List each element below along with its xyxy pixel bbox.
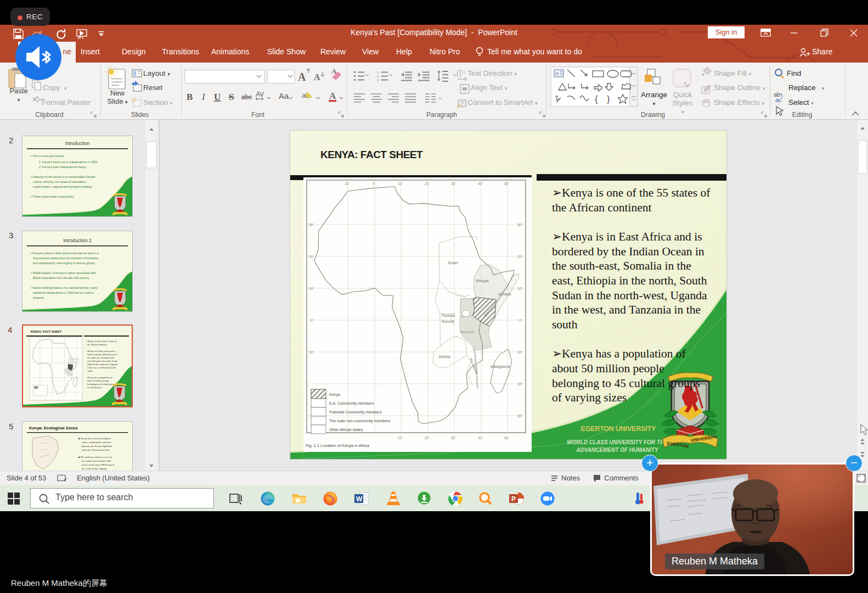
svg-text:30': 30': [451, 182, 455, 186]
svg-text:progress: progress: [33, 296, 44, 299]
svg-text:belonging to 45 cultural group: belonging to 45 cultural groups: [87, 383, 116, 385]
svg-text:Aa: Aa: [279, 91, 289, 100]
svg-text:30': 30': [451, 436, 455, 440]
svg-text:The outer non-community member: The outer non-community members: [329, 419, 390, 423]
svg-text:{: {: [595, 94, 598, 104]
svg-text:of varying sizes: of varying sizes: [87, 386, 102, 389]
svg-text:10': 10': [398, 436, 402, 440]
svg-text:the African continent: the African continent: [87, 343, 107, 346]
svg-text:Madagascar: Madagascar: [491, 365, 511, 369]
svg-text:S: S: [229, 92, 234, 102]
svg-text:2: 2: [377, 75, 379, 78]
svg-text:10': 10': [517, 350, 522, 354]
svg-text:W: W: [356, 495, 363, 503]
svg-text:culture, ethnicity, the impact: culture, ethnicity, the impact of coloni…: [33, 180, 87, 183]
svg-text:}: }: [607, 94, 610, 104]
svg-text:40': 40': [478, 436, 482, 440]
svg-text:➢Kenya is one of the 55 states: ➢Kenya is one of the 55 states of: [86, 340, 117, 343]
svg-text:➢These issues have a long hist: ➢These issues have a long history: [30, 195, 74, 198]
svg-text:20': 20': [425, 182, 429, 186]
svg-text:Kenya: Kenya: [329, 393, 340, 397]
svg-text:3: 3: [377, 79, 379, 82]
svg-text:➢Nation-building/creation of a: ➢Nation-building/creation of a national …: [30, 286, 98, 289]
svg-text:the centre before sloping: the centre before sloping: [82, 467, 107, 470]
svg-text:British imperialism from the l: British imperialism from the late 19th c…: [33, 276, 89, 279]
svg-text:Ethiopia: Ethiopia: [476, 279, 489, 283]
svg-text:10': 10': [345, 182, 349, 186]
svg-text:10': 10': [309, 287, 313, 290]
svg-text:➢Kenya's culture is fairly div: ➢Kenya's culture is fairly diverse and h…: [30, 251, 99, 255]
svg-text:20': 20': [517, 255, 522, 259]
svg-text:and Lake Victoria low land: and Lake Victoria low land: [82, 449, 110, 451]
svg-text:about 50 million people: about 50 million people: [87, 379, 109, 382]
svg-text:1: 1: [377, 71, 379, 74]
svg-text:➢'Modernisation' of Kenya is m: ➢'Modernisation' of Kenya is mainly asso…: [30, 271, 95, 275]
svg-text:Other African states: Other African states: [329, 428, 363, 432]
svg-text:20': 20': [517, 382, 522, 386]
svg-text:A: A: [329, 91, 336, 101]
svg-text:1. Kenya's history up to indep: 1. Kenya's history up to independence in…: [39, 160, 97, 164]
svg-text:20': 20': [309, 255, 313, 259]
svg-text:10': 10': [309, 350, 313, 354]
svg-text:40': 40': [478, 182, 482, 186]
svg-text:A: A: [555, 71, 559, 76]
svg-text:30': 30': [517, 223, 522, 227]
svg-text:0': 0': [519, 318, 522, 322]
svg-text:20': 20': [425, 436, 429, 440]
svg-text:bordered by the Indian Ocean i: bordered by the Indian Ocean in: [87, 353, 117, 356]
svg-text:modernisation, national identi: modernisation, national identity/nation-…: [33, 185, 92, 188]
svg-text:■ The land rises from sea leve: ■ The land rises from sea level at: [78, 456, 112, 458]
svg-text:A: A: [314, 72, 320, 82]
svg-text:➢Kenya is in East Africa and i: ➢Kenya is in East Africa and is: [86, 350, 116, 353]
svg-text:Fig. 1.1 Location of Kenya in: Fig. 1.1 Location of Kenya in Africa: [306, 443, 370, 448]
svg-text:50': 50': [504, 436, 509, 440]
svg-text:30': 30': [309, 223, 313, 227]
svg-text:KENYA: FACT SHEET: KENYA: FACT SHEET: [31, 330, 62, 333]
svg-text:Rwanda: Rwanda: [442, 314, 455, 317]
svg-text:I: I: [201, 92, 206, 102]
svg-text:E.A. Community members: E.A. Community members: [329, 401, 374, 406]
svg-text:Kenya: Ecological Zones: Kenya: Ecological Zones: [29, 426, 78, 430]
svg-text:U: U: [214, 92, 221, 102]
svg-text:30': 30': [517, 414, 522, 418]
svg-text:P: P: [511, 495, 516, 503]
svg-text:■ Kenya has a varied ecologica: ■ Kenya has a varied ecological: [78, 437, 111, 440]
svg-text:Burundi: Burundi: [442, 320, 454, 323]
svg-text:10': 10': [398, 182, 402, 186]
svg-text:started at independence in 196: started at independence in 1963 and is a…: [33, 291, 94, 294]
svg-text:A: A: [298, 71, 306, 83]
svg-text:B: B: [187, 92, 193, 102]
svg-text:south: south: [87, 370, 93, 372]
svg-text:abc: abc: [241, 93, 252, 101]
svg-text:Tanzania: Tanzania: [459, 330, 474, 334]
svg-text:10': 10': [517, 287, 522, 290]
svg-text:ac: ac: [775, 97, 782, 103]
svg-text:0': 0': [373, 182, 375, 186]
svg-text:long process starting from the: long process starting from the evolution…: [33, 256, 98, 260]
svg-text:➢Kenya has a population of: ➢Kenya has a population of: [86, 376, 112, 379]
svg-text:metres at the top of Mt Kenya: metres at the top of Mt Kenya in: [82, 463, 115, 466]
svg-text:2. Kenya's post-independence h: 2. Kenya's post-independence history: [39, 165, 87, 169]
svg-text:50': 50': [504, 182, 509, 186]
svg-text:A: A: [331, 67, 337, 75]
svg-text:➢This is a two part-lecture:: ➢This is a two part-lecture:: [30, 154, 64, 158]
svg-text:Introduction: Introduction: [65, 141, 90, 146]
svg-text:and subsequently intermingling: and subsequently intermingling of variou…: [33, 261, 95, 265]
svg-text:AV: AV: [256, 91, 264, 98]
svg-text:Zambia: Zambia: [438, 355, 450, 359]
svg-text:➢Objective of the lecture is t: ➢Objective of the lecture is to contextu…: [30, 175, 95, 178]
svg-text:A: A: [462, 70, 465, 75]
svg-text:Sudan: Sudan: [448, 261, 458, 265]
svg-text:Potential Community members: Potential Community members: [329, 410, 382, 415]
svg-text:Somalia: Somalia: [498, 292, 511, 296]
svg-text:0': 0': [311, 318, 313, 322]
svg-text:Introduction 2: Introduction 2: [63, 238, 92, 243]
